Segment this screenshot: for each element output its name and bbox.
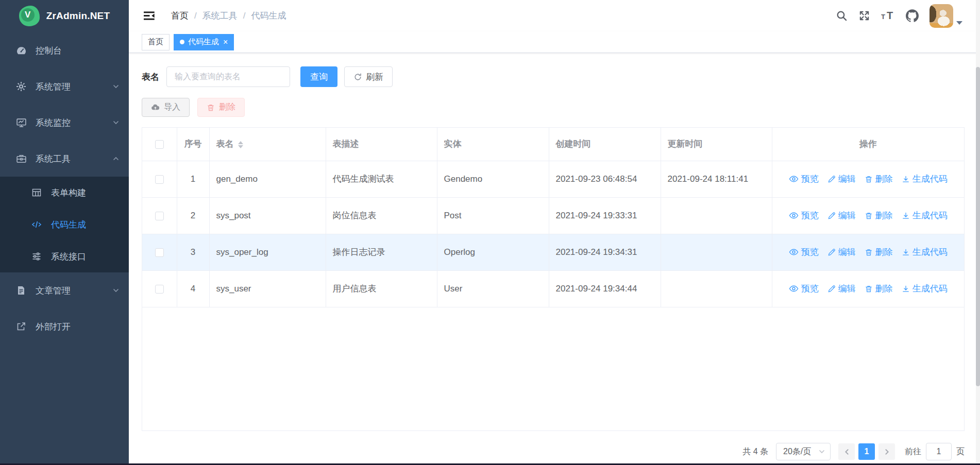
action-generate[interactable]: 生成代码 bbox=[902, 210, 948, 221]
pagination: 共 4 条 20条/页 1 前往 页 bbox=[142, 443, 965, 460]
sidebar-item-code-gen[interactable]: 代码生成 bbox=[0, 209, 129, 240]
action-preview[interactable]: 预览 bbox=[789, 210, 819, 221]
action-edit[interactable]: 编辑 bbox=[827, 173, 856, 185]
action-preview[interactable]: 预览 bbox=[789, 246, 819, 258]
breadcrumb-separator: / bbox=[194, 11, 197, 21]
download-icon bbox=[902, 285, 910, 293]
sort-caret-icon[interactable] bbox=[238, 141, 243, 148]
scrollbar-thumb[interactable] bbox=[976, 67, 980, 386]
chevron-up-icon bbox=[112, 155, 120, 162]
edit-icon bbox=[827, 248, 836, 256]
row-checkbox[interactable] bbox=[155, 212, 164, 220]
action-edit[interactable]: 编辑 bbox=[827, 283, 856, 295]
action-delete[interactable]: 删除 bbox=[865, 210, 893, 221]
trash-icon bbox=[865, 175, 873, 183]
close-icon[interactable]: × bbox=[223, 38, 228, 46]
page-size-select[interactable]: 20条/页 bbox=[776, 443, 831, 460]
sidebar-item-system-monitor[interactable]: 系统监控 bbox=[0, 105, 129, 141]
column-label: 更新时间 bbox=[668, 139, 703, 149]
font-size-icon[interactable]: TT bbox=[881, 10, 895, 21]
user-menu[interactable] bbox=[930, 4, 962, 28]
avatar[interactable] bbox=[930, 4, 953, 28]
refresh-button[interactable]: 刷新 bbox=[344, 66, 393, 87]
cell-description: 岗位信息表 bbox=[326, 197, 437, 234]
action-edit[interactable]: 编辑 bbox=[827, 246, 856, 258]
table-row[interactable]: 3sys_oper_log操作日志记录Operlog2021-09-24 19:… bbox=[142, 234, 964, 270]
action-label: 编辑 bbox=[838, 283, 856, 295]
tab-home[interactable]: 首页 bbox=[142, 34, 170, 50]
action-label: 预览 bbox=[801, 173, 819, 185]
search-button[interactable]: 查询 bbox=[300, 66, 337, 87]
action-label: 删除 bbox=[875, 173, 893, 185]
breadcrumb-item[interactable]: 首页 bbox=[171, 10, 189, 22]
edit-icon bbox=[827, 285, 836, 293]
cell-name: sys_oper_log bbox=[209, 234, 326, 270]
sidebar-item-system-manage[interactable]: 系统管理 bbox=[0, 68, 129, 105]
app-title: ZrAdmin.NET bbox=[46, 10, 110, 22]
cell-description: 代码生成测试表 bbox=[326, 161, 437, 197]
page-numbers: 1 bbox=[858, 443, 875, 460]
fullscreen-icon[interactable] bbox=[858, 10, 870, 22]
sidebar-item-article-manage[interactable]: 文章管理 bbox=[0, 272, 129, 308]
action-generate[interactable]: 生成代码 bbox=[902, 173, 948, 185]
action-label: 编辑 bbox=[838, 210, 856, 221]
caret-down-icon bbox=[956, 21, 962, 25]
cell-created: 2021-09-23 06:48:54 bbox=[549, 161, 661, 197]
table-row[interactable]: 4sys_user用户信息表User2021-09-24 19:34:44预览编… bbox=[142, 270, 964, 307]
cloud-upload-icon bbox=[151, 103, 160, 112]
cell-description: 操作日志记录 bbox=[326, 234, 437, 270]
action-label: 生成代码 bbox=[913, 246, 948, 258]
logo-icon: V bbox=[19, 6, 40, 26]
chevron-down-icon bbox=[818, 448, 825, 455]
sidebar-item-label: 文章管理 bbox=[36, 285, 71, 297]
row-checkbox[interactable] bbox=[155, 248, 164, 257]
action-label: 生成代码 bbox=[913, 283, 948, 295]
action-preview[interactable]: 预览 bbox=[789, 173, 819, 185]
logo[interactable]: V ZrAdmin.NET bbox=[0, 0, 129, 31]
table-row[interactable]: 2sys_post岗位信息表Post2021-09-24 19:33:31预览编… bbox=[142, 197, 964, 234]
cell-updated: 2021-09-24 18:11:41 bbox=[661, 161, 772, 197]
action-delete[interactable]: 删除 bbox=[865, 246, 893, 258]
pager: 1 bbox=[838, 443, 895, 460]
action-generate[interactable]: 生成代码 bbox=[902, 283, 948, 295]
cell-entity: Gendemo bbox=[437, 161, 549, 197]
sidebar-collapse-icon[interactable] bbox=[144, 11, 156, 21]
sidebar-item-label: 系统监控 bbox=[36, 117, 71, 129]
row-checkbox[interactable] bbox=[155, 285, 164, 294]
import-button[interactable]: 导入 bbox=[142, 98, 190, 117]
select-all-checkbox[interactable] bbox=[155, 140, 164, 149]
cell-entity: Operlog bbox=[437, 234, 549, 270]
row-actions: 预览编辑删除生成代码 bbox=[779, 210, 958, 221]
active-dot-icon bbox=[180, 40, 184, 44]
search-icon[interactable] bbox=[836, 10, 848, 22]
action-preview[interactable]: 预览 bbox=[789, 283, 819, 295]
tab-label: 首页 bbox=[148, 37, 163, 47]
goto-page-input[interactable] bbox=[926, 443, 952, 460]
prev-page-button[interactable] bbox=[838, 443, 855, 460]
table-name-input[interactable] bbox=[166, 66, 290, 87]
table-row[interactable]: 1gen_demo代码生成测试表Gendemo2021-09-23 06:48:… bbox=[142, 161, 964, 197]
row-actions: 预览编辑删除生成代码 bbox=[779, 283, 958, 295]
tab-code-gen[interactable]: 代码生成× bbox=[174, 34, 234, 50]
page-number[interactable]: 1 bbox=[858, 443, 875, 460]
breadcrumb-item: 系统工具 bbox=[202, 10, 238, 22]
delete-button[interactable]: 删除 bbox=[197, 98, 245, 117]
next-page-button[interactable] bbox=[878, 443, 895, 460]
table-header: 序号表名表描述实体创建时间更新时间操作 bbox=[142, 128, 964, 161]
navbar-actions: TT bbox=[836, 4, 962, 28]
sidebar-item-external-open[interactable]: 外部打开 bbox=[0, 308, 129, 345]
sidebar-item-form-build[interactable]: 表单构建 bbox=[0, 177, 129, 209]
row-checkbox[interactable] bbox=[155, 175, 164, 184]
action-delete[interactable]: 删除 bbox=[865, 173, 893, 185]
sidebar-item-system-tools[interactable]: 系统工具 bbox=[0, 141, 129, 177]
column-label: 序号 bbox=[184, 139, 202, 149]
cell-name: sys_post bbox=[209, 197, 326, 234]
github-icon[interactable] bbox=[906, 9, 919, 22]
sidebar-item-system-api[interactable]: 系统接口 bbox=[0, 240, 129, 272]
action-edit[interactable]: 编辑 bbox=[827, 210, 856, 221]
edit-icon bbox=[827, 212, 836, 220]
action-label: 预览 bbox=[801, 283, 819, 295]
action-delete[interactable]: 删除 bbox=[865, 283, 893, 295]
action-generate[interactable]: 生成代码 bbox=[902, 246, 948, 258]
sidebar-item-dashboard[interactable]: 控制台 bbox=[0, 32, 129, 68]
